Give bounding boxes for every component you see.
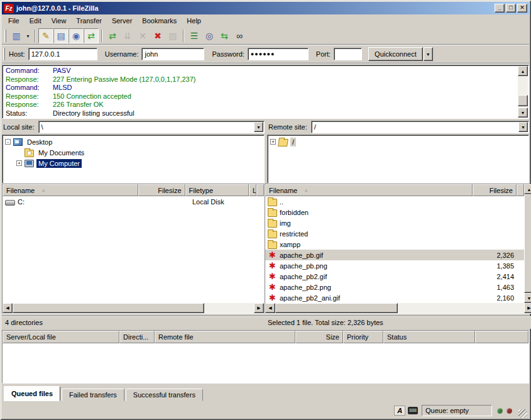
tab-queued-files[interactable]: Queued files: [4, 386, 60, 401]
speed-limits-icon[interactable]: 888: [408, 407, 418, 414]
column-header-filename[interactable]: Filename▲: [3, 184, 138, 196]
quickconnect-grip[interactable]: [3, 48, 5, 60]
expand-icon[interactable]: +: [16, 160, 22, 166]
toolbar-grip[interactable]: [4, 30, 6, 42]
chevron-down-icon[interactable]: ▼: [518, 122, 528, 132]
file-row-img[interactable]: img: [265, 218, 524, 228]
file-row-c[interactable]: C:Local Disk: [3, 196, 264, 207]
password-input[interactable]: [248, 48, 309, 60]
resize-grip[interactable]: [518, 409, 527, 418]
scroll-right-icon[interactable]: ▶: [524, 303, 531, 313]
tree-item-desktop[interactable]: -Desktop: [3, 136, 264, 147]
scroll-down-icon[interactable]: ▼: [518, 108, 528, 118]
menu-server[interactable]: Server: [107, 15, 137, 26]
remote-site-value: /: [314, 123, 316, 131]
menu-edit[interactable]: Edit: [25, 15, 47, 26]
title-bar[interactable]: Fz john@127.0.0.1 - FileZilla _ □ ✕: [2, 2, 529, 14]
menu-file[interactable]: File: [3, 15, 25, 26]
file-row-apache-pb2-png[interactable]: ✱apache_pb2.png1,463: [265, 282, 524, 292]
file-row-apache-pb2-gif[interactable]: ✱apache_pb2.gif2,414: [265, 271, 524, 282]
menu-view[interactable]: View: [47, 15, 72, 26]
tab-failed-transfers[interactable]: Failed transfers: [62, 389, 124, 401]
menu-help[interactable]: Help: [182, 15, 206, 26]
toggle-transfer-queue-button[interactable]: ⇄: [84, 28, 99, 43]
host-input[interactable]: [28, 48, 97, 60]
menu-transfer[interactable]: Transfer: [71, 15, 107, 26]
tab-successful-transfers[interactable]: Successful transfers: [126, 389, 203, 401]
column-header-filesize[interactable]: Filesize: [138, 184, 185, 196]
scroll-right-icon[interactable]: ▶: [254, 303, 264, 313]
column-header-remote-file[interactable]: Remote file: [155, 331, 295, 343]
chevron-down-icon[interactable]: ▼: [254, 122, 263, 132]
quickconnect-dropdown[interactable]: ▼: [424, 47, 433, 61]
scroll-track[interactable]: [13, 303, 254, 313]
file-row-xampp[interactable]: xampp: [265, 239, 524, 250]
expand-icon[interactable]: +: [270, 139, 276, 145]
column-header-filename[interactable]: Filename▲: [265, 184, 473, 196]
username-label: Username:: [105, 50, 139, 58]
remote-vertical-scrollbar[interactable]: ▲ ▼: [524, 184, 531, 303]
filter-button[interactable]: ◎: [202, 28, 217, 43]
toggle-remote-tree-button[interactable]: ◉: [68, 28, 84, 43]
file-row-item[interactable]: ..: [265, 196, 524, 207]
site-manager-button[interactable]: ▥: [9, 28, 24, 43]
site-manager-dropdown[interactable]: ▼: [24, 28, 32, 43]
file-cell-name: ✱apache_pb2.gif: [265, 271, 473, 282]
scroll-thumb[interactable]: [275, 303, 398, 313]
column-header-l[interactable]: L: [249, 184, 256, 196]
tree-item-my-computer[interactable]: +My Computer: [3, 158, 264, 169]
file-row-apache-pb-png[interactable]: ✱apache_pb.png1,385: [265, 260, 524, 271]
menu-bookmarks[interactable]: Bookmarks: [137, 15, 182, 26]
message-log-scrollbar[interactable]: ▲ ▼: [518, 66, 528, 118]
username-input[interactable]: [141, 48, 204, 60]
toggle-local-tree-button[interactable]: ▤: [53, 28, 68, 43]
scroll-thumb[interactable]: [524, 194, 531, 293]
scroll-up-icon[interactable]: ▲: [524, 184, 531, 194]
collapse-icon[interactable]: -: [5, 139, 11, 145]
port-input[interactable]: [334, 48, 362, 60]
scroll-down-icon[interactable]: ▼: [524, 293, 531, 303]
sort-ascending-icon: ▲: [41, 187, 46, 193]
scroll-left-icon[interactable]: ◀: [3, 303, 13, 313]
scroll-track[interactable]: [524, 194, 531, 293]
directory-comparison-button[interactable]: ☰: [187, 28, 202, 43]
column-header-filesize[interactable]: Filesize: [473, 184, 517, 196]
file-cell-text: 2,414: [496, 273, 514, 280]
tree-item-my-documents[interactable]: My Documents: [3, 147, 264, 158]
find-files-button[interactable]: ∞: [232, 28, 247, 43]
file-row-forbidden[interactable]: forbidden: [265, 207, 524, 218]
remote-list-body: ..forbiddenimgrestrictedxampp✱apache_pb.…: [265, 196, 524, 303]
disconnect-button[interactable]: ✖: [150, 28, 165, 43]
scroll-thumb[interactable]: [518, 95, 528, 106]
column-header-priority[interactable]: Priority: [343, 331, 383, 343]
scroll-thumb[interactable]: [13, 303, 204, 313]
column-header-directi[interactable]: Directi...: [119, 331, 155, 343]
refresh-button[interactable]: ⇄: [105, 28, 120, 43]
file-row-apache-pb-gif[interactable]: ✱apache_pb.gif2,326: [265, 250, 524, 260]
minimize-button[interactable]: _: [495, 4, 505, 13]
column-header-filetype[interactable]: Filetype: [185, 184, 249, 196]
transfer-type-icon[interactable]: A: [394, 406, 405, 416]
column-header-server-local-file[interactable]: Server/Local file: [3, 331, 119, 343]
file-cell-size: 2,160: [473, 292, 517, 303]
tree-item-item[interactable]: +/: [268, 136, 528, 147]
file-row-apache-pb2-ani-gif[interactable]: ✱apache_pb2_ani.gif2,160: [265, 292, 524, 303]
local-horizontal-scrollbar[interactable]: ◀ ▶: [3, 303, 264, 313]
quickconnect-button[interactable]: Quickconnect: [368, 47, 423, 61]
synchronized-browsing-button[interactable]: ⇆: [217, 28, 232, 43]
maximize-button[interactable]: □: [506, 4, 516, 13]
scroll-left-icon[interactable]: ◀: [265, 303, 275, 313]
scroll-track[interactable]: [518, 76, 528, 108]
scroll-up-icon[interactable]: ▲: [518, 66, 528, 76]
scroll-track[interactable]: [275, 303, 524, 313]
close-button[interactable]: ✕: [517, 4, 527, 13]
toggle-message-log-button[interactable]: ✎: [38, 28, 53, 43]
local-site-combobox[interactable]: \ ▼: [38, 121, 265, 133]
remote-site-combobox[interactable]: / ▼: [311, 121, 529, 133]
remote-horizontal-scrollbar[interactable]: ◀ ▶: [265, 303, 531, 313]
file-row-restricted[interactable]: restricted: [265, 228, 524, 239]
file-cell-size: [473, 207, 517, 218]
file-cell-text: xampp: [280, 241, 300, 248]
column-header-status[interactable]: Status: [383, 331, 475, 343]
column-header-size[interactable]: Size: [295, 331, 343, 343]
